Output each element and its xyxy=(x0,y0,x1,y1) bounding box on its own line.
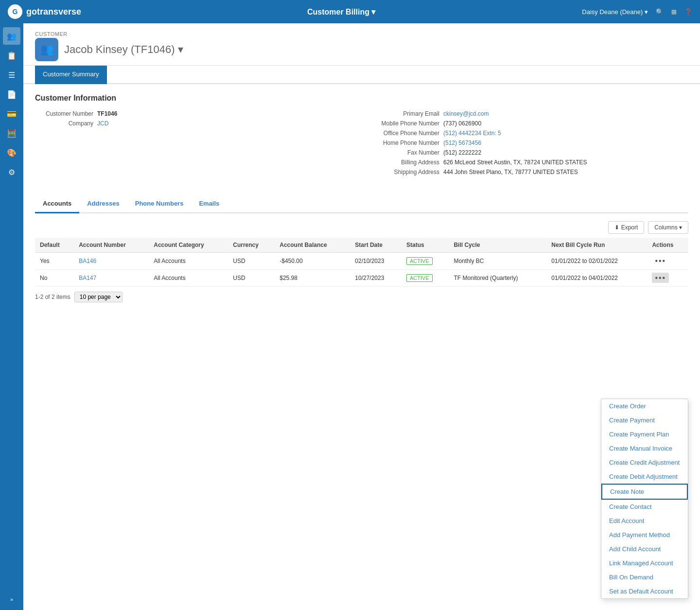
sidebar-item-settings[interactable]: ⚙ xyxy=(3,163,20,181)
menu-item-create-order[interactable]: Create Order xyxy=(601,399,688,413)
table-toolbar: ⬇ Export Columns ▾ xyxy=(35,221,688,234)
fax-row: Fax Number (512) 2222222 xyxy=(371,149,688,156)
office-phone-value: (512) 4442234 Extn: 5 xyxy=(443,130,501,137)
cell-account-number-2[interactable]: BA147 xyxy=(74,270,149,287)
sidebar-item-list[interactable]: ☰ xyxy=(3,66,20,84)
col-account-category: Account Category xyxy=(149,238,228,253)
shipping-address-label: Shipping Address xyxy=(371,169,439,175)
customer-name-row: 👥 Jacob Kinsey (TF1046) ▾ xyxy=(35,38,688,61)
menu-item-add-child-account[interactable]: Add Child Account xyxy=(601,542,688,556)
home-phone-label: Home Phone Number xyxy=(371,139,439,146)
col-start-date: Start Date xyxy=(350,238,402,253)
customer-number-value: TF1046 xyxy=(97,110,117,117)
cell-start-date-2: 10/27/2023 xyxy=(350,270,402,287)
cell-account-number-1[interactable]: BA146 xyxy=(74,253,149,270)
brand-logo[interactable]: G gotransverse xyxy=(8,4,81,19)
user-menu[interactable]: Daisy Deane (Deane) ▾ xyxy=(582,8,648,16)
actions-button-2[interactable]: ••• xyxy=(652,273,669,283)
col-status: Status xyxy=(402,238,449,253)
cell-next-bill-2: 01/01/2022 to 04/01/2022 xyxy=(546,270,647,287)
customer-number-label: Customer Number xyxy=(35,110,93,117)
menu-item-edit-account[interactable]: Edit Account xyxy=(601,514,688,528)
customer-name: Jacob Kinsey (TF1046) ▾ xyxy=(64,43,183,56)
menu-item-create-manual-invoice[interactable]: Create Manual Invoice xyxy=(601,441,688,455)
top-tab-nav: Customer Summary xyxy=(23,66,700,84)
sidebar-item-users[interactable]: 👥 xyxy=(3,27,20,45)
customer-info-title: Customer Information xyxy=(35,94,688,103)
info-right: Primary Email ckinsey@jcd.com Mobile Pho… xyxy=(371,110,688,175)
customer-label: CUSTOMER xyxy=(35,31,688,37)
cell-default-1: Yes xyxy=(35,253,74,270)
cell-bill-cycle-1: Monthly BC xyxy=(449,253,546,270)
col-next-bill-cycle-run: Next Bill Cycle Run xyxy=(546,238,647,253)
mobile-phone-row: Mobile Phone Number (737) 0626900 xyxy=(371,120,688,127)
cell-start-date-1: 02/10/2023 xyxy=(350,253,402,270)
office-phone-label: Office Phone Number xyxy=(371,130,439,137)
table-header: Default Account Number Account Category … xyxy=(35,238,688,253)
nav-right: Daisy Deane (Deane) ▾ 🔍 ⊞ ❓ xyxy=(582,8,692,16)
menu-item-bill-on-demand[interactable]: Bill On Demand xyxy=(601,570,688,584)
cell-next-bill-1: 01/01/2022 to 02/01/2022 xyxy=(546,253,647,270)
cell-actions-1: ••• xyxy=(647,253,688,270)
cell-default-2: No xyxy=(35,270,74,287)
tab-customer-summary[interactable]: Customer Summary xyxy=(35,66,107,84)
export-button[interactable]: ⬇ Export xyxy=(608,221,644,234)
cell-account-category-1: All Accounts xyxy=(149,253,228,270)
customer-caret[interactable]: ▾ xyxy=(178,43,183,55)
table-body: Yes BA146 All Accounts USD -$450.00 02/1… xyxy=(35,253,688,287)
pagination-info: 1-2 of 2 items 10 per page 25 per page 5… xyxy=(35,292,688,302)
info-left: Customer Number TF1046 Company JCD xyxy=(35,110,352,175)
company-row: Company JCD xyxy=(35,120,352,127)
customer-icon: 👥 xyxy=(35,38,58,61)
customer-header: CUSTOMER 👥 Jacob Kinsey (TF1046) ▾ xyxy=(23,23,700,66)
main-layout: 👥 📋 ☰ 📄 💳 🧮 🎨 ⚙ » CUSTOMER 👥 Jacob Kinse… xyxy=(0,23,700,610)
sidebar-expand-button[interactable]: » xyxy=(6,593,17,606)
sidebar-item-palette[interactable]: 🎨 xyxy=(3,144,20,161)
col-default: Default xyxy=(35,238,74,253)
sidebar-item-card[interactable]: 💳 xyxy=(3,105,20,122)
search-icon[interactable]: 🔍 xyxy=(656,8,664,16)
sub-tab-phone-numbers[interactable]: Phone Numbers xyxy=(127,195,192,213)
home-phone-row: Home Phone Number (512) 5673456 xyxy=(371,139,688,146)
sidebar-item-calc[interactable]: 🧮 xyxy=(3,124,20,142)
menu-item-create-note[interactable]: Create Note xyxy=(601,484,688,500)
menu-item-create-contact[interactable]: Create Contact xyxy=(601,500,688,514)
menu-item-create-debit-adjustment[interactable]: Create Debit Adjustment xyxy=(601,470,688,484)
cell-balance-2: $25.98 xyxy=(275,270,350,287)
sub-tab-addresses[interactable]: Addresses xyxy=(79,195,127,213)
sub-tab-nav: Accounts Addresses Phone Numbers Emails xyxy=(35,195,688,213)
customer-info-section: Customer Information Customer Number TF1… xyxy=(23,84,700,195)
cell-account-category-2: All Accounts xyxy=(149,270,228,287)
menu-item-create-payment-plan[interactable]: Create Payment Plan xyxy=(601,427,688,441)
help-icon[interactable]: ❓ xyxy=(684,8,692,16)
menu-item-create-credit-adjustment[interactable]: Create Credit Adjustment xyxy=(601,455,688,470)
menu-item-add-payment-method[interactable]: Add Payment Method xyxy=(601,528,688,542)
col-account-balance: Account Balance xyxy=(275,238,350,253)
fax-value: (512) 2222222 xyxy=(443,149,481,156)
sidebar-item-file[interactable]: 📄 xyxy=(3,86,20,103)
billing-address-value: 626 McLeod Street Austin, TX, 78724 UNIT… xyxy=(443,159,587,166)
columns-button[interactable]: Columns ▾ xyxy=(648,221,688,234)
shipping-address-value: 444 John Street Plano, TX, 78777 UNITED … xyxy=(443,169,578,175)
sub-tab-emails[interactable]: Emails xyxy=(191,195,227,213)
mobile-phone-value: (737) 0626900 xyxy=(443,120,481,127)
pagination-text: 1-2 of 2 items xyxy=(35,294,70,300)
menu-item-create-payment[interactable]: Create Payment xyxy=(601,413,688,427)
primary-email-label: Primary Email xyxy=(371,110,439,117)
cell-currency-1: USD xyxy=(228,253,275,270)
col-currency: Currency xyxy=(228,238,275,253)
accounts-table: Default Account Number Account Category … xyxy=(35,238,688,287)
customer-full-name: Jacob Kinsey xyxy=(64,43,128,55)
mobile-phone-label: Mobile Phone Number xyxy=(371,120,439,127)
sub-tab-accounts[interactable]: Accounts xyxy=(35,195,79,213)
grid-icon[interactable]: ⊞ xyxy=(671,8,677,16)
sidebar-item-copy[interactable]: 📋 xyxy=(3,47,20,64)
brand-name: gotransverse xyxy=(26,7,81,17)
menu-item-link-managed-account[interactable]: Link Managed Account xyxy=(601,556,688,570)
per-page-select[interactable]: 10 per page 25 per page 50 per page xyxy=(74,292,122,302)
menu-item-set-as-default[interactable]: Set as Default Account xyxy=(601,584,688,598)
actions-button-1[interactable]: ••• xyxy=(652,256,669,266)
primary-email-row: Primary Email ckinsey@jcd.com xyxy=(371,110,688,117)
logo-circle: G xyxy=(8,4,22,19)
cell-status-2: ACTIVE xyxy=(402,270,449,287)
